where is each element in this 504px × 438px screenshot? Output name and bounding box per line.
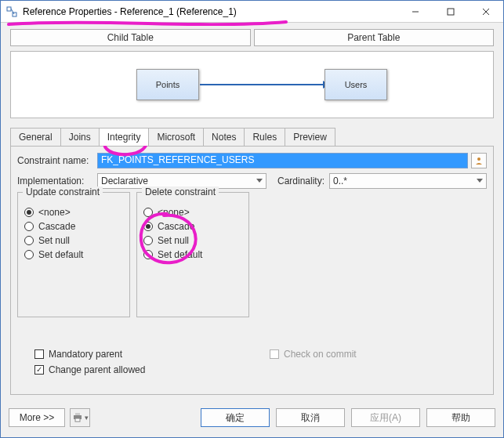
radio-icon xyxy=(143,236,153,245)
constraint-name-input[interactable]: FK_POINTS_REFERENCE_USERS xyxy=(97,153,468,168)
mandatory-parent-checkbox[interactable]: Mandatory parent xyxy=(34,347,270,361)
delete-none-radio[interactable]: <none> xyxy=(143,205,242,219)
radio-icon xyxy=(143,250,153,259)
delete-constraint-legend: Delete constraint xyxy=(142,186,219,197)
tab-microsoft[interactable]: Microsoft xyxy=(148,128,204,146)
svg-point-7 xyxy=(477,157,480,161)
update-constraint-legend: Update constraint xyxy=(23,186,103,197)
implementation-label: Implementation: xyxy=(17,176,97,186)
svg-rect-10 xyxy=(75,418,80,422)
radio-icon xyxy=(24,250,34,259)
svg-rect-4 xyxy=(448,9,454,15)
tab-rules[interactable]: Rules xyxy=(244,128,285,146)
print-button[interactable]: ▾ xyxy=(70,408,90,427)
constraint-name-picker-button[interactable] xyxy=(471,153,487,168)
tab-joins[interactable]: Joins xyxy=(60,128,100,146)
apply-button[interactable]: 应用(A) xyxy=(351,408,420,427)
check-on-commit-checkbox: Check on commit xyxy=(270,347,357,361)
app-icon xyxy=(5,5,18,18)
dialog-button-bar: More >> ▾ 确定 取消 应用(A) 帮助 xyxy=(9,406,495,429)
tab-notes[interactable]: Notes xyxy=(203,128,245,146)
radio-icon xyxy=(24,236,34,245)
checkbox-icon xyxy=(34,365,44,375)
child-table-button[interactable]: Child Table xyxy=(10,29,251,46)
tab-bar: General Joins Integrity Microsoft Notes … xyxy=(4,123,500,146)
radio-icon xyxy=(143,208,153,217)
svg-rect-0 xyxy=(7,7,11,11)
change-parent-checkbox[interactable]: Change parent allowed xyxy=(34,363,270,377)
cardinality-select[interactable]: 0..* xyxy=(329,173,487,189)
maximize-button[interactable] xyxy=(433,1,468,23)
tab-general[interactable]: General xyxy=(10,128,61,146)
tab-integrity[interactable]: Integrity xyxy=(99,128,150,146)
minimize-button[interactable] xyxy=(397,1,433,23)
chevron-down-icon xyxy=(477,179,483,183)
window-buttons xyxy=(397,1,503,23)
printer-icon xyxy=(72,413,83,422)
delete-setnull-radio[interactable]: Set null xyxy=(143,233,242,248)
delete-setdefault-radio[interactable]: Set default xyxy=(143,248,242,262)
checkbox-icon xyxy=(34,349,44,359)
ok-button[interactable]: 确定 xyxy=(201,408,270,427)
implementation-value: Declarative xyxy=(101,176,148,186)
window-frame: Reference Properties - Reference_1 (Refe… xyxy=(0,0,504,438)
tab-panel-integrity: Constraint name: FK_POINTS_REFERENCE_USE… xyxy=(10,146,494,395)
more-button[interactable]: More >> xyxy=(9,408,65,427)
update-constraint-group: Update constraint <none> Cascade Set nul… xyxy=(17,192,130,317)
radio-icon xyxy=(24,208,34,217)
cancel-button[interactable]: 取消 xyxy=(276,408,345,427)
content-area: Child Table Parent Table Points Users Ge… xyxy=(4,24,500,434)
checkbox-icon xyxy=(270,349,279,359)
entity-users[interactable]: Users xyxy=(325,69,387,100)
delete-cascade-radio[interactable]: Cascade xyxy=(143,219,242,233)
person-icon xyxy=(474,156,484,165)
relationship-diagram: Points Users xyxy=(10,51,494,118)
chevron-down-icon xyxy=(256,179,263,183)
constraint-name-row: Constraint name: FK_POINTS_REFERENCE_USE… xyxy=(17,153,487,168)
bottom-checks: Mandatory parent Change parent allowed C… xyxy=(34,347,473,378)
window-title: Reference Properties - Reference_1 (Refe… xyxy=(23,6,397,17)
entity-points[interactable]: Points xyxy=(136,69,199,100)
cardinality-label: Cardinality: xyxy=(277,176,329,186)
update-none-radio[interactable]: <none> xyxy=(24,205,123,219)
tab-preview[interactable]: Preview xyxy=(285,128,335,146)
svg-rect-9 xyxy=(75,413,80,415)
titlebar: Reference Properties - Reference_1 (Refe… xyxy=(1,1,503,23)
radio-icon xyxy=(143,222,153,231)
update-setnull-radio[interactable]: Set null xyxy=(24,233,123,248)
close-button[interactable] xyxy=(468,1,503,23)
update-cascade-radio[interactable]: Cascade xyxy=(24,219,123,233)
parent-table-button[interactable]: Parent Table xyxy=(254,29,495,46)
delete-constraint-group: Delete constraint <none> Cascade Set nul… xyxy=(136,192,249,317)
relationship-arrow-line xyxy=(200,84,324,85)
chevron-down-icon: ▾ xyxy=(85,414,89,422)
constraint-name-label: Constraint name: xyxy=(17,155,97,166)
help-button[interactable]: 帮助 xyxy=(426,408,495,427)
top-button-bar: Child Table Parent Table xyxy=(4,24,500,51)
radio-icon xyxy=(24,222,34,231)
cardinality-value: 0..* xyxy=(333,176,347,186)
update-setdefault-radio[interactable]: Set default xyxy=(24,248,123,262)
